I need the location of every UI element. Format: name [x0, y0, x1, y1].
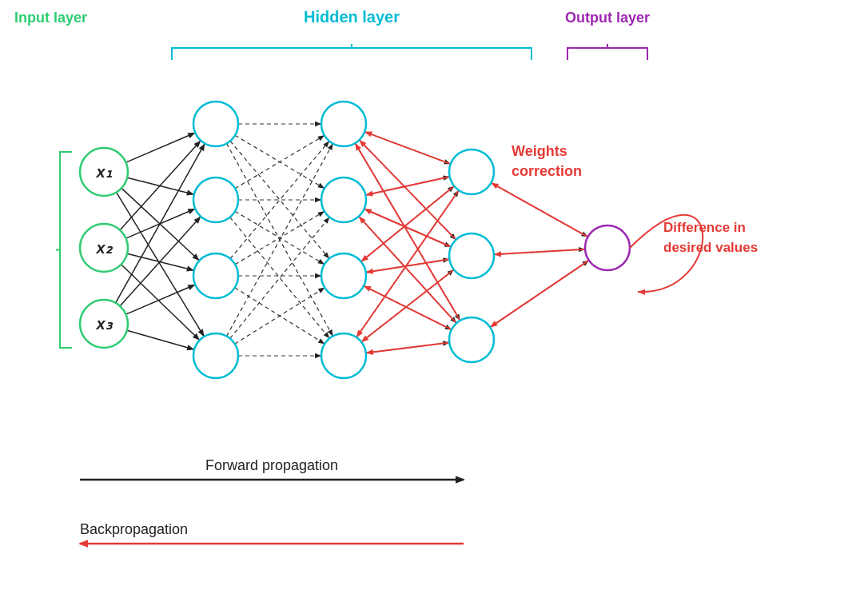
neural-network-diagram	[0, 0, 868, 598]
